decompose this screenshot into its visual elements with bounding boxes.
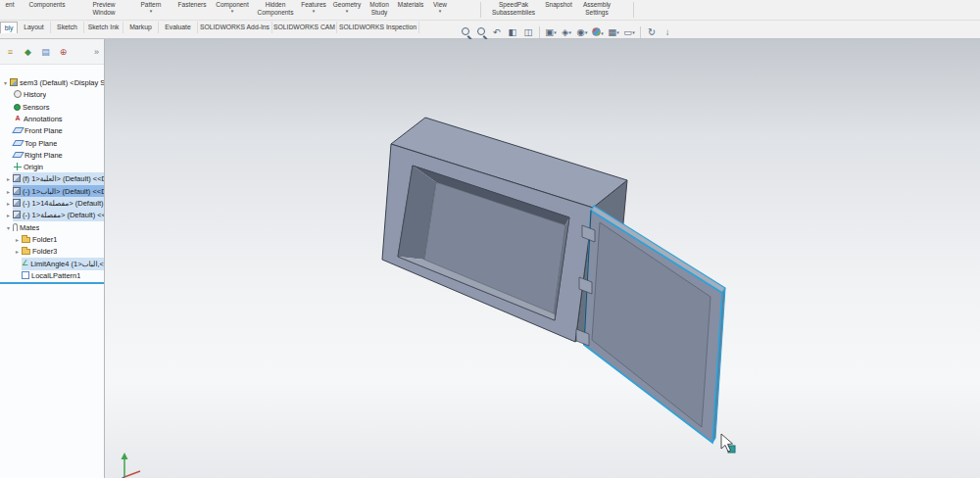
ribbon-item-preview-window[interactable]: PreviewWindow	[82, 1, 125, 16]
dropdown-arrow-icon[interactable]: ▾	[329, 9, 365, 13]
tree-item-top-plane[interactable]: Top Plane	[14, 137, 104, 150]
dropdown-arrow-icon[interactable]: ▾	[212, 9, 253, 13]
door-part[interactable]	[584, 206, 725, 443]
zoom-to-area-icon[interactable]	[474, 25, 488, 38]
heads-up-view-toolbar: ↶ ◧ ◫ ▣▾ ◈▾ ◉▾ ▾ ▦▾ ▭▾ ↻ ↓	[459, 25, 674, 38]
tree-item-annotations[interactable]: A Annotations	[14, 113, 104, 125]
featuremanager-panel: ≡ ◆ ▤ ⊕ » ▾ sem3 (Default) <Display Stat…	[0, 39, 105, 478]
view-orientation-icon[interactable]: ▣▾	[544, 25, 558, 38]
dropdown-arrow-icon[interactable]: ▾	[133, 9, 169, 13]
assembly-model-canvas	[105, 39, 980, 478]
panel-tab-toolbar: ≡ ◆ ▤ ⊕ »	[0, 39, 104, 65]
expand-arrow-icon[interactable]: ▾	[5, 224, 12, 231]
tab-solidworks-inspection[interactable]: SOLIDWORKS Inspection	[337, 22, 419, 33]
ribbon-item-components[interactable]: Components	[22, 1, 73, 9]
tab-layout[interactable]: Layout	[18, 22, 51, 33]
ribbon-item-geometry[interactable]: Geometry▾	[329, 1, 365, 13]
configurationmanager-icon[interactable]: ▤	[39, 46, 52, 59]
tree-item-front-plane[interactable]: Front Plane	[14, 124, 104, 137]
featuremanager-tree-icon[interactable]: ≡	[4, 46, 17, 59]
edit-appearance-icon[interactable]: ▾	[591, 25, 605, 38]
ribbon-item-features[interactable]: Features▾	[298, 1, 329, 13]
tree-item-folder3[interactable]: ▸ Folder3	[22, 245, 104, 258]
tree-item-folder1[interactable]: ▸ Folder1	[22, 233, 104, 246]
part-icon	[13, 187, 21, 195]
tree-item-sensors[interactable]: Sensors	[14, 101, 104, 114]
panel-tabs-chevron-icon[interactable]: »	[90, 46, 103, 59]
local-pattern-icon	[22, 271, 29, 279]
ribbon-separator	[633, 2, 634, 18]
origin-triad-icon	[113, 453, 140, 478]
previous-view-icon[interactable]: ↶	[490, 25, 504, 38]
apply-scene-icon[interactable]: ▦▾	[607, 25, 620, 38]
tree-item-component-box[interactable]: ▸ (f) العلبة<1> (Default) <<Default>	[13, 172, 104, 185]
tree-item-origin[interactable]: Origin	[14, 161, 104, 173]
dropdown-arrow-icon[interactable]: ▾	[427, 9, 453, 13]
ribbon-item-view[interactable]: View▾	[427, 1, 453, 13]
annotations-icon: A	[14, 115, 22, 122]
expand-arrow-icon[interactable]: ▸	[5, 212, 12, 218]
graphics-viewport[interactable]	[105, 39, 980, 478]
tree-item-history[interactable]: History	[14, 88, 104, 101]
expand-arrow-icon[interactable]: ▸	[5, 200, 12, 207]
expand-arrow-icon[interactable]: ▸	[5, 188, 12, 195]
ribbon-separator	[480, 2, 481, 18]
part-icon	[13, 174, 21, 182]
tab-solidworks-addins[interactable]: SOLIDWORKS Add-Ins	[198, 22, 272, 33]
part-icon	[13, 211, 21, 218]
display-style-icon[interactable]: ◈▾	[560, 25, 573, 38]
tab-sketch-ink[interactable]: Sketch Ink	[84, 22, 123, 33]
folder-icon	[22, 237, 30, 243]
ribbon-item-fasteners[interactable]: Fasteners	[172, 1, 212, 9]
tab-sketch[interactable]: Sketch	[51, 22, 84, 33]
folder-icon	[22, 249, 30, 255]
section-view-icon[interactable]: ◧	[506, 25, 519, 38]
view-settings-icon[interactable]: ▭▾	[622, 25, 636, 38]
tree-item-component-door[interactable]: ▸ (-) الباب<1> (Default) <<Default>	[13, 185, 104, 198]
zoom-to-fit-icon[interactable]	[459, 25, 472, 38]
tab-evaluate[interactable]: Evaluate	[159, 22, 198, 33]
mates-icon	[13, 223, 18, 231]
ribbon-item-motion-study[interactable]: MotionStudy	[365, 1, 394, 16]
hide-show-items-icon[interactable]: ◉▾	[575, 25, 589, 38]
tree-item-assembly-root[interactable]: ▾ sem3 (Default) <Display State-1>	[10, 76, 104, 89]
ribbon-item-assembly-settings[interactable]: AssemblySettings	[576, 1, 617, 16]
tree-item-right-plane[interactable]: Right Plane	[14, 149, 104, 162]
propertymanager-icon[interactable]: ◆	[22, 46, 34, 59]
tree-item-component-hinge[interactable]: ▸ (-) مفصلة<1> (Default) <<Default>	[13, 209, 104, 221]
rotate-view-icon[interactable]: ↻	[645, 25, 659, 38]
origin-icon	[14, 163, 22, 170]
expand-arrow-icon[interactable]: ▸	[14, 248, 21, 255]
ribbon-item-materials[interactable]: Materials	[394, 1, 427, 9]
ribbon-item-component[interactable]: Component▾	[212, 1, 253, 13]
annotation-view-icon[interactable]: ◫	[521, 25, 535, 38]
expand-arrow-icon[interactable]: ▸	[5, 175, 12, 182]
tree-item-locallpattern1[interactable]: LocalLPattern1	[22, 269, 104, 282]
dimxpertmanager-icon[interactable]: ⊕	[57, 46, 70, 59]
tab-markup[interactable]: Markup	[123, 22, 159, 33]
ribbon-item-snapshot[interactable]: Snapshot	[541, 1, 576, 9]
tab-solidworks-cam[interactable]: SOLIDWORKS CAM	[272, 22, 337, 33]
plane-icon	[12, 140, 24, 146]
tree-item-limitangle4[interactable]: ∠ LimitAngle4 (العلبة<1>,الباب<1>	[22, 258, 104, 270]
ribbon-item-speedpak[interactable]: SpeedPakSubassemblies	[486, 1, 541, 16]
tree-item-mates[interactable]: ▾ Mates	[13, 221, 104, 234]
plane-icon	[12, 127, 24, 133]
tab-assembly[interactable]: bly	[0, 22, 18, 33]
collapse-toolbar-icon[interactable]: ↓	[661, 25, 674, 38]
tree-item-component-hinge14[interactable]: ▸ (-) مفصلة14<1> (Default) <<Default>	[13, 197, 104, 210]
toolbar-separator	[539, 26, 540, 38]
history-icon	[14, 90, 22, 98]
ribbon-item-insert-component[interactable]: ent	[0, 1, 20, 9]
ribbon-item-hidden-components[interactable]: HiddenComponents	[253, 1, 298, 16]
expand-arrow-icon[interactable]: ▾	[2, 79, 9, 86]
tree-flyout-divider[interactable]	[0, 282, 104, 284]
ribbon-item-pattern[interactable]: Pattern▾	[133, 1, 169, 13]
toolbar-separator	[640, 26, 641, 38]
dropdown-arrow-icon[interactable]: ▾	[298, 9, 329, 13]
expand-arrow-icon[interactable]: ▸	[14, 236, 21, 243]
ribbon: ent Components PreviewWindow Pattern▾ Fa…	[0, 0, 980, 21]
limit-angle-mate-icon: ∠	[22, 260, 28, 267]
part-icon	[13, 199, 21, 207]
plane-icon	[12, 152, 24, 158]
